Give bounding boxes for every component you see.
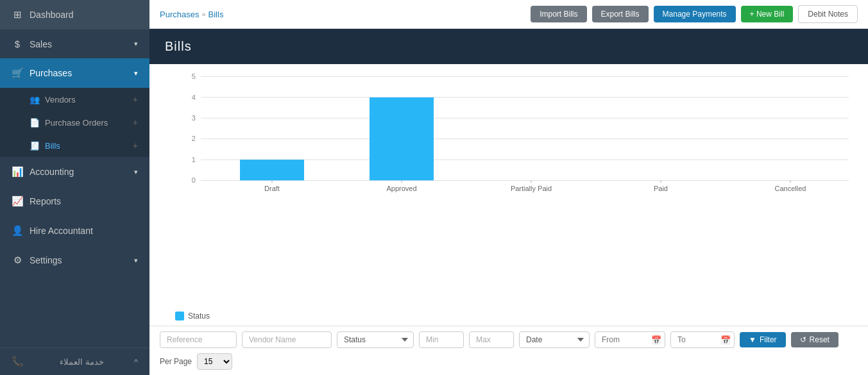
svg-text:Cancelled: Cancelled xyxy=(775,185,806,192)
sidebar-item-purchases[interactable]: 🛒 Purchases ▾ xyxy=(0,58,149,88)
chevron-down-icon: ▾ xyxy=(134,40,138,48)
hire-icon: 👤 xyxy=(12,225,23,237)
max-input[interactable] xyxy=(469,331,514,348)
status-select-wrap: Status Draft Approved Partially Paid Pai… xyxy=(337,331,414,348)
svg-text:4: 4 xyxy=(192,94,196,101)
per-page-select[interactable]: 15 25 50 100 xyxy=(197,353,232,370)
sidebar-item-label: Settings xyxy=(30,255,62,265)
filter-area: Status Draft Approved Partially Paid Pai… xyxy=(149,326,868,375)
sidebar-item-purchase-orders[interactable]: 📄 Purchase Orders + xyxy=(0,111,149,134)
sidebar-item-accounting[interactable]: 📊 Accounting ▾ xyxy=(0,157,149,187)
sidebar-item-reports[interactable]: 📈 Reports xyxy=(0,187,149,216)
min-input[interactable] xyxy=(419,331,464,348)
to-date-input[interactable] xyxy=(670,331,735,348)
reports-icon: 📈 xyxy=(12,196,23,207)
breadcrumb-current: Bills xyxy=(208,10,224,19)
per-page-label: Per Page xyxy=(160,357,192,366)
bar-draft xyxy=(240,160,304,180)
breadcrumb: Purchases » Bills xyxy=(160,10,525,19)
sidebar-sub-label: Purchase Orders xyxy=(45,118,108,128)
sidebar-sub-label: Bills xyxy=(45,141,60,151)
accounting-icon: 📊 xyxy=(12,166,23,178)
sidebar-item-vendors[interactable]: 👥 Vendors + xyxy=(0,88,149,111)
add-vendor-icon[interactable]: + xyxy=(133,94,138,104)
sidebar-item-bills[interactable]: 🧾 Bills + xyxy=(0,134,149,157)
reset-button[interactable]: ↺ Reset xyxy=(791,332,838,347)
reference-input[interactable] xyxy=(160,331,237,348)
sidebar-item-dashboard[interactable]: ⊞ Dashboard xyxy=(0,0,149,29)
export-bills-button[interactable]: Export Bills xyxy=(592,6,649,22)
from-date-input[interactable] xyxy=(595,331,665,348)
reset-icon: ↺ xyxy=(800,335,806,344)
breadcrumb-separator: » xyxy=(201,10,205,18)
sidebar-item-sales[interactable]: $ Sales ▾ xyxy=(0,29,149,58)
date-select-wrap: Date This Week This Month This Year xyxy=(519,331,590,348)
sidebar-item-settings[interactable]: ⚙ Settings ▾ xyxy=(0,246,149,275)
bar-chart: 5 4 3 2 1 0 Draft Approved Partially Pai… xyxy=(175,71,855,199)
vendors-icon: 👥 xyxy=(30,95,40,104)
chart-area: 5 4 3 2 1 0 Draft Approved Partially Pai… xyxy=(149,64,868,306)
legend-label-status: Status xyxy=(188,312,210,321)
sales-icon: $ xyxy=(12,38,23,49)
svg-text:1: 1 xyxy=(192,156,196,163)
sidebar-item-hire-accountant[interactable]: 👤 Hire Accountant xyxy=(0,216,149,246)
bar-approved xyxy=(370,97,434,181)
svg-text:Partially Paid: Partially Paid xyxy=(511,185,552,192)
chevron-down-icon: ▾ xyxy=(134,256,138,265)
add-bill-icon[interactable]: + xyxy=(133,140,138,151)
svg-text:Draft: Draft xyxy=(264,185,280,192)
main-content: Purchases » Bills Import Bills Export Bi… xyxy=(149,0,868,375)
from-date-wrap: 📅 xyxy=(595,331,665,348)
sidebar-bottom-label: خدمة العملاء xyxy=(60,357,104,367)
dashboard-icon: ⊞ xyxy=(12,9,23,21)
add-order-icon[interactable]: + xyxy=(133,117,138,128)
chevron-down-icon: ▾ xyxy=(134,168,138,176)
customer-service[interactable]: 📞 خدمة العملاء ^ xyxy=(0,347,149,375)
status-select[interactable]: Status Draft Approved Partially Paid Pai… xyxy=(337,331,414,348)
collapse-icon[interactable]: ^ xyxy=(134,357,138,367)
settings-icon: ⚙ xyxy=(12,254,23,266)
bills-icon: 🧾 xyxy=(30,141,40,151)
filter-icon: ▼ xyxy=(749,335,756,344)
debit-notes-button[interactable]: Debit Notes xyxy=(798,5,858,23)
svg-text:3: 3 xyxy=(192,114,196,122)
to-date-wrap: 📅 xyxy=(670,331,735,348)
purchases-submenu: 👥 Vendors + 📄 Purchase Orders + 🧾 Bills … xyxy=(0,88,149,157)
new-bill-button[interactable]: + New Bill xyxy=(741,6,794,22)
svg-text:2: 2 xyxy=(192,135,196,143)
date-select[interactable]: Date This Week This Month This Year xyxy=(519,331,590,348)
svg-text:0: 0 xyxy=(192,176,196,184)
sidebar: ⊞ Dashboard $ Sales ▾ 🛒 Purchases ▾ 👥 Ve… xyxy=(0,0,149,375)
chart-legend: Status xyxy=(149,306,868,326)
sidebar-sub-label: Vendors xyxy=(45,95,76,104)
sidebar-item-label: Dashboard xyxy=(30,10,74,20)
vendor-name-input[interactable] xyxy=(242,331,332,348)
customer-service-icon: 📞 xyxy=(12,356,23,367)
topbar: Purchases » Bills Import Bills Export Bi… xyxy=(149,0,868,29)
sidebar-item-label: Reports xyxy=(30,196,61,206)
filter-button[interactable]: ▼ Filter xyxy=(740,332,786,347)
svg-text:Paid: Paid xyxy=(654,185,668,192)
chart-container: Bills 5 4 3 2 1 0 xyxy=(149,29,868,326)
manage-payments-button[interactable]: Manage Payments xyxy=(654,6,736,22)
breadcrumb-purchases[interactable]: Purchases xyxy=(160,10,199,19)
svg-text:5: 5 xyxy=(192,73,196,81)
purchases-icon: 🛒 xyxy=(12,67,23,79)
legend-color-status xyxy=(175,312,184,321)
chevron-down-icon: ▾ xyxy=(134,69,138,78)
chart-title: Bills xyxy=(165,39,853,54)
import-bills-button[interactable]: Import Bills xyxy=(531,6,586,22)
chart-header: Bills xyxy=(149,29,868,64)
sidebar-item-label: Hire Accountant xyxy=(30,226,93,236)
purchase-orders-icon: 📄 xyxy=(30,118,40,128)
svg-text:Approved: Approved xyxy=(386,185,416,192)
sidebar-item-label: Sales xyxy=(30,39,52,49)
sidebar-item-label: Purchases xyxy=(30,68,72,78)
sidebar-item-label: Accounting xyxy=(30,167,74,177)
